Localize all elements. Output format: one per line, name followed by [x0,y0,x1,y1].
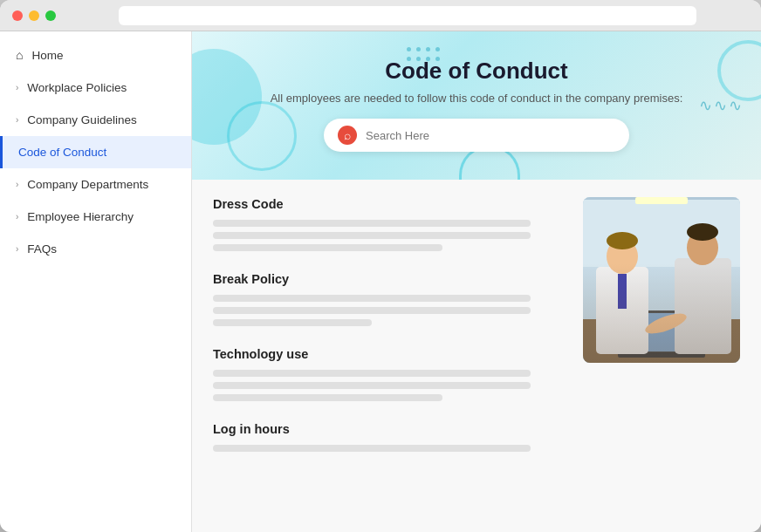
traffic-light-red[interactable] [12,10,23,21]
chevron-icon: › [16,83,18,92]
main-content: ∿∿∿ Code of Conduct All employees are ne… [192,31,761,532]
content-line [213,445,531,452]
svg-rect-6 [596,267,648,354]
section-dress-code: Dress Code [213,197,566,251]
svg-point-13 [643,310,689,338]
chevron-icon: › [16,212,18,222]
svg-point-8 [607,232,638,249]
office-photo [583,197,740,363]
sidebar-item-employee-hierarchy[interactable]: › Employee Hierarchy [0,201,191,233]
sidebar-item-code-of-conduct-label: Code of Conduct [18,146,106,159]
chevron-icon: › [16,180,18,189]
section-technology-use: Technology use [213,347,566,401]
content-line [213,319,372,326]
content-line [213,220,531,227]
content-line [213,370,531,377]
hero-decoration-circle-outline [227,101,297,171]
sidebar-item-company-guidelines[interactable]: › Company Guidelines [0,104,191,136]
sidebar-item-home-label: Home [31,49,63,62]
search-bar[interactable] [324,119,629,152]
svg-point-12 [687,223,718,241]
sidebar-item-company-guidelines-label: Company Guidelines [27,113,136,126]
section-log-in-hours-title: Log in hours [213,422,566,436]
svg-rect-3 [631,310,701,354]
sidebar-item-workplace-policies-label: Workplace Policies [27,81,127,94]
section-break-policy-title: Break Policy [213,272,566,286]
traffic-light-green[interactable] [45,10,56,21]
svg-rect-5 [618,352,705,358]
sidebar-item-faqs[interactable]: › FAQs [0,233,191,265]
hero-subtitle: All employees are needed to follow this … [227,92,726,105]
chevron-icon: › [16,244,18,254]
traffic-light-yellow[interactable] [29,10,39,21]
content-line [213,244,442,251]
search-input[interactable] [366,129,615,142]
chevron-icon: › [16,115,18,125]
content-line [213,232,531,239]
content-line [213,382,531,389]
svg-rect-4 [634,313,698,351]
content-right [583,197,740,473]
hero-title: Code of Conduct [227,58,726,85]
sidebar-item-code-of-conduct[interactable]: Code of Conduct [0,136,191,168]
svg-rect-2 [583,319,740,363]
section-log-in-hours: Log in hours [213,422,566,452]
sidebar-item-company-departments-label: Company Departments [27,178,148,191]
browser-content: ⌂ Home › Workplace Policies › Company Gu… [0,31,761,532]
sidebar-item-company-departments[interactable]: › Company Departments [0,168,191,201]
content-body: Dress Code Break Policy Techno [192,180,761,490]
sidebar-item-workplace-policies[interactable]: › Workplace Policies [0,72,191,104]
section-break-policy: Break Policy [213,272,566,326]
search-icon [338,126,357,145]
section-dress-code-title: Dress Code [213,197,566,211]
content-line [213,295,531,302]
address-bar[interactable] [119,6,696,25]
sidebar-item-faqs-label: FAQs [27,242,57,256]
svg-rect-10 [675,258,731,354]
hero-section: ∿∿∿ Code of Conduct All employees are ne… [192,31,761,180]
browser-titlebar [0,0,761,31]
home-icon: ⌂ [16,48,23,62]
content-line [213,394,442,401]
sidebar: ⌂ Home › Workplace Policies › Company Gu… [0,31,192,532]
content-line [213,307,531,314]
sidebar-item-employee-hierarchy-label: Employee Hierarchy [27,210,134,223]
section-technology-use-title: Technology use [213,347,566,361]
browser-window: ⌂ Home › Workplace Policies › Company Gu… [0,0,761,532]
svg-rect-15 [635,197,688,204]
sidebar-item-home[interactable]: ⌂ Home [0,38,191,72]
svg-rect-9 [618,274,627,309]
content-left: Dress Code Break Policy Techno [213,197,566,473]
traffic-lights [12,10,56,21]
